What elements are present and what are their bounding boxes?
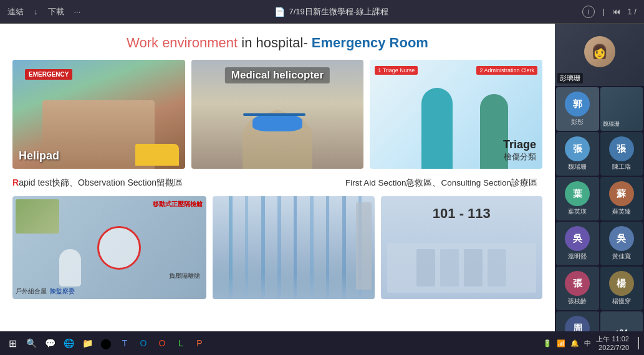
date: 2022/7/20: [596, 343, 629, 352]
name-5: 蘇英臻: [612, 207, 631, 216]
participants-grid: 郭 彭彤 魏瑞珊 張 魏瑞珊 張 陳工瑞 葉 葉英瑛 蘇 蘇英臻 吳 溫明熙 吳: [555, 86, 644, 331]
chrome-btn[interactable]: ⬤: [99, 336, 113, 351]
neg-pressure-label: 移動式正壓隔檢艙: [153, 200, 203, 209]
grid-participant-11: +34: [600, 311, 643, 331]
second-row: Rapid test快篩、Observation Section留觀區 Firs…: [12, 175, 542, 191]
edge-btn[interactable]: 🌐: [61, 336, 76, 351]
r-red: R: [12, 178, 19, 187]
separator: |: [602, 7, 604, 16]
powerpoint-btn[interactable]: P: [192, 336, 207, 351]
top-bar-center: 📄 7/19日新生微學程-線上課程: [274, 6, 388, 17]
sound-icon: 🔔: [570, 339, 579, 348]
rapid-test-label: Rapid test快篩、Observation Section留觀區: [12, 175, 340, 191]
first-aid-label: First Aid Section急救區、Consulting Section診…: [340, 175, 542, 191]
name-3: 陳工瑞: [612, 163, 631, 171]
grid-participant-10: 周 周: [556, 311, 599, 331]
lang-indicator: 中: [584, 339, 591, 348]
cortana-btn[interactable]: 💬: [42, 336, 57, 351]
grid-participant-5: 蘇 蘇英臻: [600, 177, 643, 220]
rapid-rest: apid test快篩、Observation Section留觀區: [19, 178, 183, 187]
helicopter-label: Medical helicopter: [225, 67, 330, 83]
presenter-video: 👩 彭璃珊: [555, 24, 644, 86]
bottom-images-row: 戶外組合屋 移動式正壓隔檢艙 負壓隔離艙 陳監察委: [12, 196, 542, 299]
title-bold: Emergency Room: [312, 35, 428, 50]
top-bar-left: 連結 ↓ 下載 ···: [7, 6, 80, 17]
diagram-circle: [97, 226, 141, 270]
avatar-7: 吳: [609, 226, 634, 251]
curtain-image: [213, 196, 374, 299]
supervisor-label: 陳監察委: [50, 287, 75, 296]
taskbar: ⊞ 🔍 💬 🌐 📁 ⬤ T O O L P 🔋 📶 🔔 中 上午 11:02 2…: [0, 331, 644, 355]
office-btn[interactable]: O: [155, 336, 170, 351]
search-btn[interactable]: 🔍: [24, 336, 39, 351]
slide-area: Work environment in hospital- Emergency …: [0, 24, 555, 331]
name-6: 溫明熙: [568, 252, 587, 261]
grid-participant-6: 吳 溫明熙: [556, 222, 599, 265]
folder-btn[interactable]: 📁: [80, 336, 95, 351]
avatar-2: 張: [565, 136, 590, 161]
avatar-11: +34: [609, 320, 634, 331]
name-0: 彭彤: [571, 118, 584, 126]
neg-pressure-image-box: 戶外組合屋 移動式正壓隔檢艙 負壓隔離艙 陳監察委: [12, 196, 206, 299]
neg-pressure-image: 戶外組合屋 移動式正壓隔檢艙 負壓隔離艙 陳監察委: [12, 196, 206, 299]
page-indicator: 1 /: [628, 7, 637, 16]
download-btn[interactable]: 下載: [48, 6, 64, 17]
name-7: 黃佳寬: [612, 252, 631, 261]
helicopter-image: Medical helicopter: [191, 60, 364, 169]
triage-label: Triage: [503, 138, 536, 151]
line-btn[interactable]: L: [173, 336, 188, 351]
start-btn[interactable]: ⊞: [5, 336, 20, 351]
grid-participant-0: 郭 彭彤: [556, 87, 599, 131]
grid-participant-8: 張 張枝齡: [556, 267, 599, 310]
show-desktop-btn[interactable]: [637, 337, 639, 349]
room-numbers-image-box: 101 - 113: [381, 196, 542, 299]
grid-participant-1: 魏瑞珊: [600, 87, 643, 131]
teams-btn[interactable]: T: [117, 336, 132, 351]
avatar-9: 楊: [609, 271, 634, 296]
triage-sign-2: 2 Administration Clerk: [476, 66, 537, 75]
outdoor-label: 戶外組合屋: [16, 287, 47, 296]
top-bar-right: i | ⏮ 1 /: [582, 6, 637, 18]
grid-participant-9: 楊 楊慢穿: [600, 267, 643, 310]
triage-sign-1: 1 Triage Nurse: [375, 66, 418, 75]
title-middle: in hospital-: [241, 35, 312, 50]
top-bar: 連結 ↓ 下載 ··· 📄 7/19日新生微學程-線上課程 i | ⏮ 1 /: [0, 0, 644, 24]
room-numbers-image: 101 - 113: [381, 196, 542, 299]
name-4: 葉英瑛: [568, 207, 587, 216]
grid-participant-7: 吳 黃佳寬: [600, 222, 643, 265]
avatar-8: 張: [565, 271, 590, 296]
emergency-sign: EMERGENCY: [25, 69, 72, 80]
avatar-5: 蘇: [609, 181, 634, 206]
reconnect-btn[interactable]: 連結: [7, 6, 24, 17]
wifi-icon: 📶: [557, 339, 565, 348]
outlook-btn[interactable]: O: [136, 336, 151, 351]
info-icon[interactable]: i: [582, 6, 595, 18]
avatar-3: 張: [609, 136, 634, 161]
title-highlight: Work environment: [127, 35, 238, 50]
triage-image-box: 1 Triage Nurse 2 Administration Clerk Tr…: [370, 60, 542, 169]
avatar-0: 郭: [565, 92, 590, 116]
avatar-6: 吳: [565, 226, 590, 251]
neg-label2: 負壓隔離艙: [169, 272, 200, 280]
prev-page-btn[interactable]: ⏮: [612, 7, 620, 16]
grid-participant-2: 張 魏瑞珊: [556, 132, 599, 176]
avatar-4: 葉: [565, 181, 590, 206]
grid-participant-3: 張 陳工瑞: [600, 132, 643, 176]
more-btn[interactable]: ···: [74, 7, 81, 16]
presenter-name1: 彭璃珊: [557, 73, 583, 83]
grid-participant-4: 葉 葉英瑛: [556, 177, 599, 220]
triage-sub: 檢傷分類: [503, 151, 536, 163]
time-display: 上午 11:02 2022/7/20: [596, 334, 629, 353]
time: 上午 11:02: [596, 334, 629, 343]
slide-content: Work environment in hospital- Emergency …: [0, 24, 555, 331]
room-number: 101 - 113: [433, 206, 491, 222]
taskbar-right: 🔋 📶 🔔 中 上午 11:02 2022/7/20: [543, 334, 639, 353]
participants-sidebar: 👩 彭璃珊 郭 彭彤 魏瑞珊 張 魏瑞珊 張 陳工瑞 葉 葉英瑛 蘇 蘇英臻: [555, 24, 644, 331]
triage-image: 1 Triage Nurse 2 Administration Clerk Tr…: [370, 60, 542, 169]
curtain-image-box: [213, 196, 374, 299]
name-8: 張枝齡: [568, 297, 587, 306]
name-2: 魏瑞珊: [568, 163, 587, 171]
avatar-10: 周: [565, 316, 590, 331]
helipad-image-box: EMERGENCY Helipad: [12, 60, 185, 169]
slide-title: Work environment in hospital- Emergency …: [12, 35, 542, 51]
